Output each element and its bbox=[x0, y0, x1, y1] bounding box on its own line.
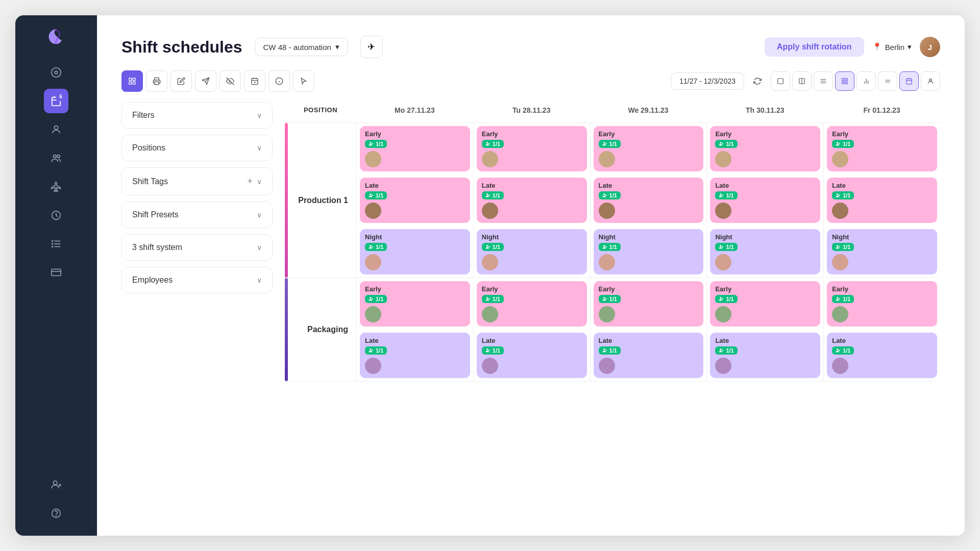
sidebar-item-clock[interactable] bbox=[44, 203, 68, 228]
prod1-night-day4[interactable]: Night 1/1 bbox=[823, 226, 940, 278]
pkg-late-day0[interactable]: Late 1/1 bbox=[356, 330, 473, 381]
app-logo[interactable] bbox=[45, 26, 67, 48]
edit-button[interactable] bbox=[170, 70, 192, 92]
prod1-night-day2[interactable]: Night 1/1 bbox=[590, 226, 707, 278]
prod1-late-day0[interactable]: Late 1/1 bbox=[356, 174, 473, 226]
view-single-button[interactable] bbox=[771, 71, 790, 91]
avatar bbox=[365, 358, 381, 374]
employees-header[interactable]: Employees ∨ bbox=[122, 267, 272, 293]
view-grid-active-button[interactable] bbox=[835, 71, 854, 91]
shift-card-early[interactable]: Early 1/1 bbox=[594, 126, 704, 171]
main-content: Shift schedules CW 48 - automation ▾ ✈ A… bbox=[97, 15, 965, 536]
pkg-early-day4[interactable]: Early 1/1 bbox=[823, 278, 940, 330]
chevron-down-icon: ▾ bbox=[335, 42, 339, 52]
shift-card-early[interactable]: Early 1/1 bbox=[710, 126, 820, 171]
svg-point-117 bbox=[837, 297, 838, 298]
prod1-early-day3[interactable]: Early 1/1 bbox=[706, 123, 823, 174]
prod1-early-day4[interactable]: Early 1/1 bbox=[823, 123, 940, 174]
svg-rect-47 bbox=[845, 79, 847, 81]
cursor-button[interactable] bbox=[293, 70, 314, 92]
day-header-0: Mo 27.11.23 bbox=[356, 102, 473, 118]
svg-point-129 bbox=[720, 348, 721, 350]
shift-label: Early bbox=[599, 130, 699, 138]
view-chart-button[interactable] bbox=[856, 71, 876, 91]
shift-tags-add-icon[interactable]: + bbox=[247, 176, 253, 187]
pkg-early-day1[interactable]: Early 1/1 bbox=[473, 278, 590, 330]
shift-card-early[interactable]: Early 1/1 bbox=[360, 126, 470, 171]
positions-header[interactable]: Positions ∨ bbox=[122, 135, 272, 161]
prod1-late-day1[interactable]: Late 1/1 bbox=[473, 174, 590, 226]
svg-rect-48 bbox=[842, 82, 844, 84]
pkg-early-day3[interactable]: Early 1/1 bbox=[706, 278, 823, 330]
shift-label: Early bbox=[832, 130, 932, 138]
shift-system-label: 3 shift system bbox=[132, 243, 182, 252]
svg-point-8 bbox=[57, 155, 60, 158]
shift-system-header[interactable]: 3 shift system ∨ bbox=[122, 235, 272, 260]
prod1-early-day0[interactable]: Early 1/1 bbox=[356, 123, 473, 174]
view-list-button[interactable] bbox=[814, 71, 833, 91]
svg-point-96 bbox=[603, 245, 605, 246]
pkg-late-day3[interactable]: Late 1/1 bbox=[706, 330, 823, 381]
info-button[interactable] bbox=[268, 70, 290, 92]
date-range-selector[interactable]: 11/27 - 12/3/2023 bbox=[671, 72, 744, 90]
sidebar-item-calendar[interactable]: 6 bbox=[44, 89, 68, 113]
view-person-button[interactable] bbox=[921, 71, 940, 91]
sidebar-item-dashboard[interactable] bbox=[44, 60, 68, 85]
svg-point-120 bbox=[370, 348, 371, 350]
prod1-late-day2[interactable]: Late 1/1 bbox=[590, 174, 707, 226]
day-header-1: Tu 28.11.23 bbox=[473, 102, 590, 118]
shift-badge: 1/1 bbox=[832, 140, 854, 148]
prod1-night-day1[interactable]: Night 1/1 bbox=[473, 226, 590, 278]
apply-shift-rotation-button[interactable]: Apply shift rotation bbox=[765, 37, 864, 57]
prod1-late-day4[interactable]: Late 1/1 bbox=[823, 174, 940, 226]
view-grid-button[interactable] bbox=[121, 70, 143, 92]
refresh-button[interactable] bbox=[748, 72, 767, 90]
shift-card-early[interactable]: Early 1/1 bbox=[827, 126, 937, 171]
view-schedule-button[interactable] bbox=[899, 71, 919, 91]
sidebar-item-team[interactable] bbox=[44, 146, 68, 170]
shift-label: Early bbox=[365, 130, 465, 138]
prod1-late-day3[interactable]: Late 1/1 bbox=[706, 174, 823, 226]
shift-card-late[interactable]: Late 1/1 bbox=[477, 178, 587, 223]
prod1-early-day2[interactable]: Early 1/1 bbox=[590, 123, 707, 174]
user-avatar[interactable]: J bbox=[920, 37, 940, 57]
shift-card-late[interactable]: Late 1/1 bbox=[360, 178, 470, 223]
pkg-early-day0[interactable]: Early 1/1 bbox=[356, 278, 473, 330]
sidebar-item-person[interactable] bbox=[44, 117, 68, 142]
production1-label-cell: Production 1 bbox=[285, 123, 356, 278]
filters-header[interactable]: Filters ∨ bbox=[122, 103, 272, 128]
pkg-early-day2[interactable]: Early 1/1 bbox=[590, 278, 707, 330]
view-split-button[interactable] bbox=[792, 71, 812, 91]
svg-point-63 bbox=[486, 142, 488, 143]
packaging-label-cell: Packaging bbox=[285, 278, 356, 381]
week-selector[interactable]: CW 48 - automation ▾ bbox=[255, 38, 348, 56]
pkg-late-day2[interactable]: Late 1/1 bbox=[590, 330, 707, 381]
shift-card-early[interactable]: Early 1/1 bbox=[477, 126, 587, 171]
svg-point-13 bbox=[52, 241, 53, 242]
location-selector[interactable]: 📍 Berlin ▾ bbox=[872, 42, 912, 52]
calendar-add-button[interactable] bbox=[244, 70, 265, 92]
hide-button[interactable] bbox=[219, 70, 241, 92]
sidebar-item-help[interactable] bbox=[44, 501, 68, 525]
shift-card-night[interactable]: Night 1/1 bbox=[360, 229, 470, 274]
send-button[interactable] bbox=[195, 70, 216, 92]
pkg-late-day1[interactable]: Late 1/1 bbox=[473, 330, 590, 381]
pkg-late-day4[interactable]: Late 1/1 bbox=[823, 330, 940, 381]
prod1-early-day1[interactable]: Early 1/1 bbox=[473, 123, 590, 174]
sidebar-item-card[interactable] bbox=[44, 260, 68, 285]
sidebar-item-list[interactable] bbox=[44, 232, 68, 256]
shift-presets-header[interactable]: Shift Presets ∨ bbox=[122, 202, 272, 228]
sidebar-item-airplane[interactable] bbox=[44, 174, 68, 199]
view-equals-button[interactable] bbox=[878, 71, 897, 91]
shift-tags-header[interactable]: Shift Tags + ∨ bbox=[122, 168, 272, 195]
svg-rect-55 bbox=[906, 79, 912, 84]
prod1-night-day3[interactable]: Night 1/1 bbox=[706, 226, 823, 278]
plane-button[interactable]: ✈ bbox=[360, 36, 383, 58]
avatar bbox=[482, 306, 498, 322]
print-button[interactable] bbox=[146, 70, 167, 92]
svg-point-78 bbox=[486, 193, 488, 195]
prod1-night-day0[interactable]: Night 1/1 bbox=[356, 226, 473, 278]
toolbar-right: 11/27 - 12/3/2023 bbox=[671, 71, 940, 91]
sidebar-item-user-add[interactable] bbox=[44, 472, 68, 497]
avatar bbox=[365, 306, 381, 322]
